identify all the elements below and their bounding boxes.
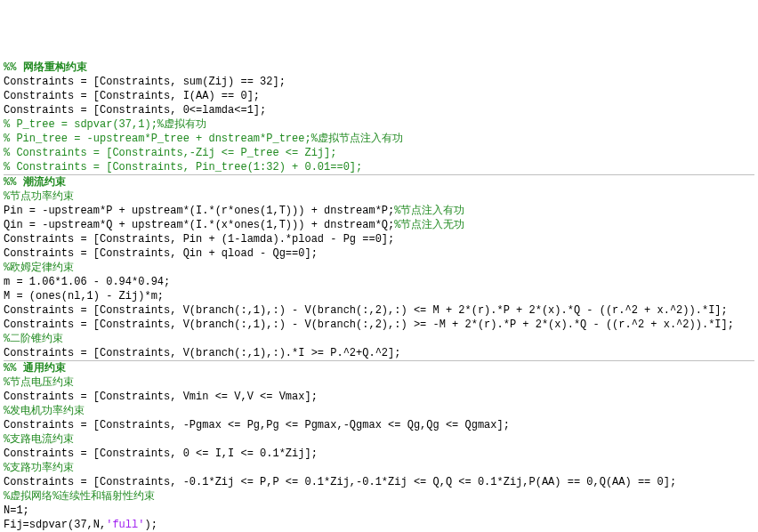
section-header-line: %% 通用约束 xyxy=(4,361,754,375)
code-line: Constraints = [Constraints, Pin + (1-lam… xyxy=(4,232,754,246)
code-line: %支路电流约束 xyxy=(4,432,754,447)
code-line: Constraints = [Constraints, Vmin <= V,V … xyxy=(4,390,754,404)
comment-text: %节点功率约束 xyxy=(4,190,74,203)
code-line: m = 1.06*1.06 - 0.94*0.94; xyxy=(4,275,754,289)
code-line: %节点电压约束 xyxy=(4,375,754,390)
comment-text: % P_tree = sdpvar(37,1);%虚拟有功 xyxy=(4,118,206,131)
section-header-line: %% 网络重构约束 xyxy=(4,60,754,75)
comment-text: %节点注入有功 xyxy=(394,205,464,217)
code-text: Pin = -upstream*P + upstream*(I.*(r*ones… xyxy=(4,205,394,217)
comment-text: %二阶锥约束 xyxy=(4,333,63,345)
section-title: %% 潮流约束 xyxy=(4,176,66,189)
comment-text: % Constraints = [Constraints, Pin_tree(1… xyxy=(4,161,362,173)
section-title: %% 网络重构约束 xyxy=(4,61,87,74)
code-line: Constraints = [Constraints, -Pgmax <= Pg… xyxy=(4,418,754,432)
code-line: Constraints = [Constraints, sum(Zij) == … xyxy=(4,75,754,89)
code-text: Constraints = [Constraints, I(AA) == 0]; xyxy=(4,90,260,102)
code-line: %节点功率约束 xyxy=(4,189,754,204)
code-line: %二阶锥约束 xyxy=(4,332,754,346)
code-line: % Constraints = [Constraints,-Zij <= P_t… xyxy=(4,146,754,160)
comment-text: %欧姆定律约束 xyxy=(4,262,74,274)
code-text: Constraints = [Constraints, V(branch(:,1… xyxy=(4,318,734,331)
code-text: Constraints = [Constraints, V(branch(:,1… xyxy=(4,347,400,359)
code-text: ); xyxy=(144,519,157,531)
code-line: Constraints = [Constraints, 0<=lamda<=1]… xyxy=(4,103,754,117)
code-line: Constraints = [Constraints, V(branch(:,1… xyxy=(4,346,754,360)
comment-text: %支路电流约束 xyxy=(4,433,74,446)
code-text: m = 1.06*1.06 - 0.94*0.94; xyxy=(4,276,170,288)
comment-text: %节点注入无功 xyxy=(394,219,464,231)
code-text: Constraints = [Constraints, Qin + qload … xyxy=(4,247,318,260)
code-text: Constraints = [Constraints, -0.1*Zij <= … xyxy=(4,476,676,488)
code-line: %支路功率约束 xyxy=(4,461,754,475)
code-line: %发电机功率约束 xyxy=(4,404,754,418)
code-text: Constraints = [Constraints, sum(Zij) == … xyxy=(4,76,286,88)
comment-text: %发电机功率约束 xyxy=(4,405,85,417)
code-line: Constraints = [Constraints, V(branch(:,1… xyxy=(4,303,754,318)
code-text: Constraints = [Constraints, V(branch(:,1… xyxy=(4,304,728,317)
code-text: Constraints = [Constraints, Pin + (1-lam… xyxy=(4,233,394,246)
code-line: % Pin_tree = -upstream*P_tree + dnstream… xyxy=(4,132,754,146)
code-line: N=1; xyxy=(4,504,754,518)
code-text: M = (ones(nl,1) - Zij)*m; xyxy=(4,290,164,302)
section-header-line: %% 潮流约束 xyxy=(4,175,754,189)
code-line: Qin = -upstream*Q + upstream*(I.*(x*ones… xyxy=(4,218,754,232)
code-line: Pin = -upstream*P + upstream*(I.*(r*ones… xyxy=(4,204,754,218)
comment-text: %虚拟网络%连续性和辐射性约束 xyxy=(4,490,155,503)
code-line: %欧姆定律约束 xyxy=(4,261,754,275)
code-line: Fij=sdpvar(37,N,'full'); xyxy=(4,518,754,532)
code-text: Constraints = [Constraints, 0<=lamda<=1]… xyxy=(4,104,266,117)
code-line: M = (ones(nl,1) - Zij)*m; xyxy=(4,289,754,303)
code-line: Constraints = [Constraints, V(branch(:,1… xyxy=(4,318,754,332)
code-text: Constraints = [Constraints, 0 <= I,I <= … xyxy=(4,447,318,460)
comment-text: %支路功率约束 xyxy=(4,462,74,474)
code-text: Constraints = [Constraints, -Pgmax <= Pg… xyxy=(4,419,510,431)
code-text: Fij=sdpvar(37,N, xyxy=(4,519,106,531)
string-literal: 'full' xyxy=(106,519,144,531)
code-text: Qin = -upstream*Q + upstream*(I.*(x*ones… xyxy=(4,219,394,231)
code-line: Constraints = [Constraints, Qin + qload … xyxy=(4,246,754,261)
code-line: % Constraints = [Constraints, Pin_tree(1… xyxy=(4,160,754,174)
comment-text: % Constraints = [Constraints,-Zij <= P_t… xyxy=(4,147,336,159)
code-text: N=1; xyxy=(4,504,29,517)
code-line: Constraints = [Constraints, -0.1*Zij <= … xyxy=(4,475,754,489)
code-line: % P_tree = sdpvar(37,1);%虚拟有功 xyxy=(4,117,754,132)
section-title: %% 通用约束 xyxy=(4,362,66,375)
code-line: %虚拟网络%连续性和辐射性约束 xyxy=(4,489,754,504)
code-text: Constraints = [Constraints, Vmin <= V,V … xyxy=(4,391,318,403)
comment-text: %节点电压约束 xyxy=(4,376,74,389)
code-line: Constraints = [Constraints, 0 <= I,I <= … xyxy=(4,447,754,461)
code-line: Constraints = [Constraints, I(AA) == 0]; xyxy=(4,89,754,103)
comment-text: % Pin_tree = -upstream*P_tree + dnstream… xyxy=(4,133,403,145)
code-editor-view: %% 网络重构约束Constraints = [Constraints, sum… xyxy=(4,60,754,532)
